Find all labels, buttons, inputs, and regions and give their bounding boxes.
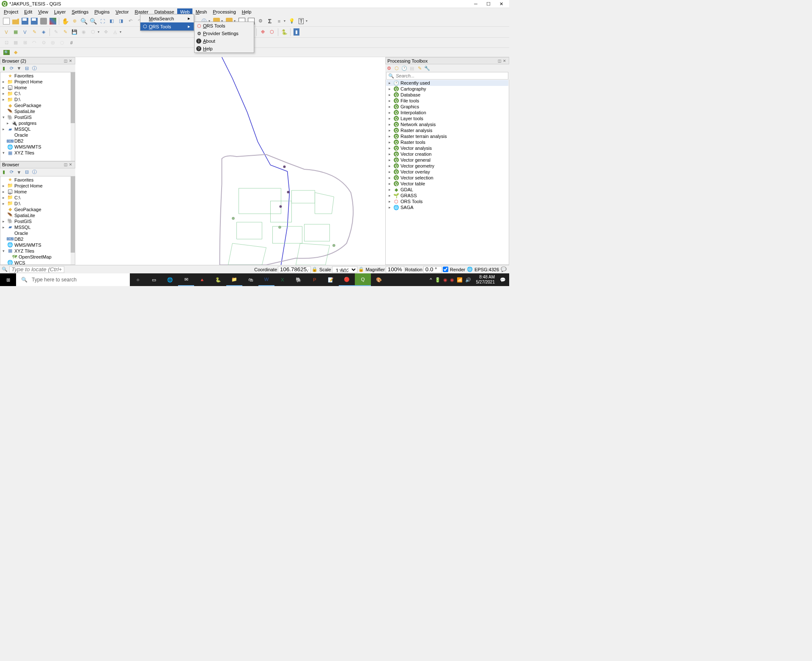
- proc-item-raster-analysis[interactable]: ▸QRaster analysis: [386, 127, 508, 133]
- vrp-button[interactable]: ❉: [258, 28, 267, 36]
- tree-item-favorites[interactable]: ★Favorites: [1, 73, 74, 79]
- browser1-header[interactable]: Browser (2) ◫ ✕: [0, 57, 75, 64]
- zoom-full-button[interactable]: ⛶: [98, 17, 107, 25]
- processing-tree[interactable]: ▸🕐Recently used▸QCartography▸QDatabase▸Q…: [385, 80, 509, 265]
- topo-button[interactable]: ▦: [11, 39, 20, 47]
- edit-button[interactable]: ✎: [52, 28, 60, 36]
- tree-item-spatialite[interactable]: 🪶SpatiaLite: [1, 212, 74, 218]
- proc-item-vector-selection[interactable]: ▸QVector selection: [386, 175, 508, 181]
- toggle-edit-button[interactable]: ✎: [61, 28, 69, 36]
- menu-item-provider-settings[interactable]: ⚙Provider Settings: [195, 30, 254, 37]
- pgadmin-icon[interactable]: 🐘: [291, 273, 307, 286]
- menu-mesh[interactable]: Mesh: [192, 8, 210, 15]
- taskbar-clock[interactable]: 8:48 AM 5/27/2021: [474, 275, 498, 285]
- toolbox-button[interactable]: ⚙: [256, 17, 265, 25]
- word-icon[interactable]: W: [258, 273, 274, 286]
- locator-input[interactable]: [9, 266, 64, 273]
- menu-edit[interactable]: Edit: [21, 8, 35, 15]
- tree-item-db2[interactable]: DB2DB2: [1, 236, 74, 242]
- notepadpp-icon[interactable]: 📝: [323, 273, 339, 286]
- menu-item-help[interactable]: ?Help: [195, 45, 254, 52]
- zoom-layer-button[interactable]: ◨: [117, 17, 125, 25]
- tree-item-xyz-tiles[interactable]: ▾▦XYZ Tiles: [1, 150, 74, 156]
- tray-up-icon[interactable]: ^: [430, 277, 432, 282]
- browser2-tree[interactable]: ★Favorites▸📁Project Home▸⌂Home▸📁C:\▸📁D:\…: [0, 176, 75, 265]
- coord-input[interactable]: [278, 266, 311, 273]
- menu-layer[interactable]: Layer: [51, 8, 69, 15]
- layout-button[interactable]: [39, 17, 48, 25]
- paint-icon[interactable]: 🎨: [371, 273, 387, 286]
- zoom-in-button[interactable]: 🔍: [80, 17, 88, 25]
- taskbar-search[interactable]: 🔍 Type here to search: [16, 273, 130, 286]
- proc-item-vector-table[interactable]: ▸QVector table: [386, 181, 508, 187]
- tree-item-geopackage[interactable]: ◆GeoPackage: [1, 207, 74, 212]
- results-icon[interactable]: ▤: [409, 65, 415, 71]
- tray-app2-icon[interactable]: ◉: [450, 277, 454, 283]
- tree-item-oracle[interactable]: Oracle: [1, 230, 74, 236]
- processing-search-input[interactable]: [396, 73, 506, 78]
- save-project-button[interactable]: [21, 17, 29, 25]
- processing-search[interactable]: 🔍: [386, 72, 508, 80]
- properties-icon[interactable]: ⓘ: [31, 169, 37, 175]
- add-spatialite-button[interactable]: ◈: [39, 28, 48, 36]
- menu-item-ors-tools[interactable]: ⬡ORS Tools: [195, 22, 254, 30]
- minimize-button[interactable]: ─: [469, 0, 482, 8]
- excel-icon[interactable]: X: [274, 273, 291, 286]
- processing-header[interactable]: Processing Toolbox ◫ ✕: [385, 57, 509, 64]
- processing-close-icon[interactable]: ✕: [502, 58, 507, 63]
- qgis-task-icon[interactable]: Q: [355, 273, 371, 286]
- ors-tools-submenu[interactable]: ⬡ORS Tools⚙Provider SettingsiAbout?Help: [194, 22, 254, 53]
- web-menu-dropdown[interactable]: MetaSearch▸⬡ORS Tools▸: [140, 14, 194, 31]
- snap2-button[interactable]: ⊞: [21, 39, 29, 47]
- tree-item-d-[interactable]: ▸📁D:\: [1, 96, 74, 102]
- menu-item-ors-tools[interactable]: ⬡ORS Tools▸: [140, 22, 194, 30]
- history-icon[interactable]: 🕐: [401, 65, 407, 71]
- tree-item-spatialite[interactable]: 🪶SpatiaLite: [1, 108, 74, 114]
- start-button[interactable]: ⊞: [0, 273, 16, 286]
- tree-item-c-[interactable]: ▸📁C:\: [1, 195, 74, 201]
- browser2-close-icon[interactable]: ✕: [68, 162, 73, 167]
- menu-settings[interactable]: Settings: [69, 8, 91, 15]
- proc-item-graphics[interactable]: ▸QGraphics: [386, 104, 508, 110]
- snap-button[interactable]: ⊡: [2, 39, 11, 47]
- close-button[interactable]: ✕: [495, 0, 508, 8]
- proc-item-database[interactable]: ▸QDatabase: [386, 92, 508, 98]
- digitize-button[interactable]: ⬡: [89, 28, 97, 36]
- properties-icon[interactable]: ⓘ: [31, 65, 37, 71]
- pan-button[interactable]: ✋: [61, 17, 69, 25]
- snap4-button[interactable]: ◎: [49, 39, 57, 47]
- proc-item-vector-general[interactable]: ▸QVector general: [386, 157, 508, 163]
- proc-item-cartography[interactable]: ▸QCartography: [386, 86, 508, 92]
- processing-undock-icon[interactable]: ◫: [497, 58, 502, 63]
- menu-view[interactable]: View: [35, 8, 51, 15]
- collapse-icon[interactable]: ⊟: [24, 65, 30, 71]
- lock-icon[interactable]: 🔒: [358, 267, 364, 272]
- task-view-icon[interactable]: ▭: [146, 273, 162, 286]
- tray-app1-icon[interactable]: ◉: [443, 277, 447, 283]
- stats-button[interactable]: Σ: [266, 17, 274, 25]
- volume-icon[interactable]: 🔊: [465, 277, 471, 283]
- add-layer-icon[interactable]: ▮: [1, 65, 7, 71]
- powerpoint-icon[interactable]: P: [307, 273, 323, 286]
- system-tray[interactable]: ^ 🔋 ◉ ◉ 📶 🔊 8:48 AM 5/27/2021 💬: [430, 275, 509, 285]
- tree-item-mssql[interactable]: ▸▰MSSQL: [1, 126, 74, 132]
- add-raster-button[interactable]: ▦: [11, 28, 20, 36]
- rotation-input[interactable]: [423, 266, 442, 273]
- grid-button[interactable]: #: [67, 39, 76, 47]
- python-icon[interactable]: 🐍: [210, 273, 226, 286]
- tree-item-postgis[interactable]: ▾🐘PostGIS: [1, 114, 74, 120]
- filter-icon[interactable]: ▼: [16, 169, 22, 175]
- menu-processing[interactable]: Processing: [210, 8, 239, 15]
- model-icon[interactable]: ⚙: [386, 65, 392, 71]
- pencil-button[interactable]: ✎: [30, 28, 38, 36]
- proc-item-vector-geometry[interactable]: ▸QVector geometry: [386, 163, 508, 169]
- text-annotation-button[interactable]: T: [297, 17, 305, 25]
- quick-osm-button[interactable]: 🔍: [2, 48, 11, 57]
- render-checkbox[interactable]: [443, 267, 448, 272]
- add-feature-button[interactable]: ◉: [80, 28, 88, 36]
- open-project-button[interactable]: [11, 17, 20, 25]
- tree-item-home[interactable]: ▸⌂Home: [1, 189, 74, 195]
- mail-icon[interactable]: ✉: [178, 273, 194, 286]
- script-icon[interactable]: ⬡: [394, 65, 400, 71]
- map-canvas[interactable]: [75, 57, 385, 265]
